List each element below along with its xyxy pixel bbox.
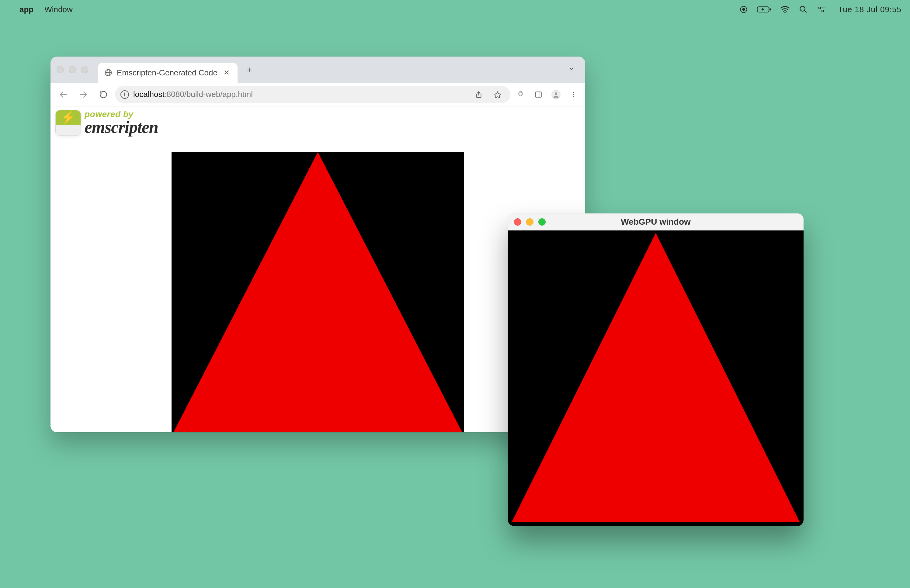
globe-favicon-icon — [104, 68, 113, 77]
screen-record-icon[interactable] — [739, 5, 748, 14]
reload-button[interactable] — [95, 86, 112, 103]
sidepanel-icon[interactable] — [531, 87, 546, 102]
svg-line-6 — [805, 11, 807, 13]
site-info-icon[interactable]: i — [120, 90, 129, 99]
menubar-clock[interactable]: Tue 18 Jul 09:55 — [838, 5, 902, 14]
traffic-close-inactive[interactable] — [57, 66, 64, 73]
forward-button[interactable] — [75, 86, 92, 103]
svg-point-10 — [822, 10, 824, 12]
browser-tab-title: Emscripten-Generated Code — [117, 68, 217, 78]
macos-menubar: app Window Tue 18 Jul 09:55 — [0, 0, 910, 19]
svg-point-22 — [555, 92, 557, 95]
control-center-icon[interactable] — [816, 6, 826, 13]
webgpu-canvas-native[interactable] — [508, 231, 803, 526]
svg-point-23 — [573, 92, 574, 93]
browser-tabstrip: Emscripten-Generated Code ✕ ＋ — [50, 57, 585, 83]
browser-content: ⚡ powered by emscripten — [50, 107, 585, 432]
svg-point-4 — [784, 12, 786, 13]
emscripten-mark-icon: ⚡ — [55, 110, 81, 136]
share-icon[interactable] — [472, 87, 486, 102]
browser-traffic-lights — [57, 66, 88, 73]
menubar-right: Tue 18 Jul 09:55 — [739, 5, 902, 14]
tablist-chevron-icon[interactable] — [564, 65, 579, 74]
browser-toolbar: i localhost:8080/build-web/app.html — [50, 83, 585, 107]
browser-tab[interactable]: Emscripten-Generated Code ✕ — [98, 63, 238, 83]
menubar-left: app Window — [8, 5, 73, 14]
native-titlebar[interactable]: WebGPU window — [508, 213, 803, 231]
address-bar[interactable]: i localhost:8080/build-web/app.html — [115, 86, 510, 103]
spotlight-search-icon[interactable] — [799, 5, 808, 14]
battery-icon[interactable] — [757, 6, 771, 13]
emscripten-wordmark: emscripten — [84, 119, 158, 136]
new-tab-button[interactable]: ＋ — [244, 63, 256, 76]
menubar-app-name[interactable]: app — [19, 5, 34, 14]
svg-point-25 — [573, 96, 574, 97]
svg-rect-3 — [769, 8, 771, 11]
browser-window: Emscripten-Generated Code ✕ ＋ i localhos… — [50, 57, 585, 432]
traffic-max-inactive[interactable] — [81, 66, 88, 73]
native-window: WebGPU window — [508, 213, 803, 526]
bookmark-star-icon[interactable] — [490, 87, 505, 102]
svg-point-1 — [743, 8, 745, 11]
native-window-title: WebGPU window — [508, 217, 803, 227]
red-triangle-render — [171, 152, 464, 432]
emscripten-logo: ⚡ powered by emscripten — [55, 110, 158, 136]
url-path: :8080/build-web/app.html — [165, 90, 253, 99]
emscripten-tagline: powered by — [84, 110, 158, 119]
menubar-item-window[interactable]: Window — [44, 5, 73, 14]
traffic-min-inactive[interactable] — [69, 66, 76, 73]
url-host: localhost — [133, 90, 165, 99]
extensions-icon[interactable] — [513, 87, 528, 102]
svg-point-18 — [520, 91, 521, 92]
profile-avatar-icon[interactable] — [549, 87, 563, 102]
back-button[interactable] — [55, 86, 72, 103]
kebab-menu-icon[interactable] — [566, 87, 581, 102]
svg-marker-17 — [494, 92, 501, 98]
wifi-icon[interactable] — [780, 6, 790, 13]
webgpu-canvas-browser[interactable] — [171, 152, 464, 432]
svg-point-8 — [819, 7, 821, 9]
red-triangle-render — [512, 233, 800, 522]
svg-point-24 — [573, 94, 574, 95]
svg-rect-19 — [535, 92, 541, 97]
svg-point-5 — [800, 6, 805, 11]
tab-close-icon[interactable]: ✕ — [222, 68, 231, 77]
